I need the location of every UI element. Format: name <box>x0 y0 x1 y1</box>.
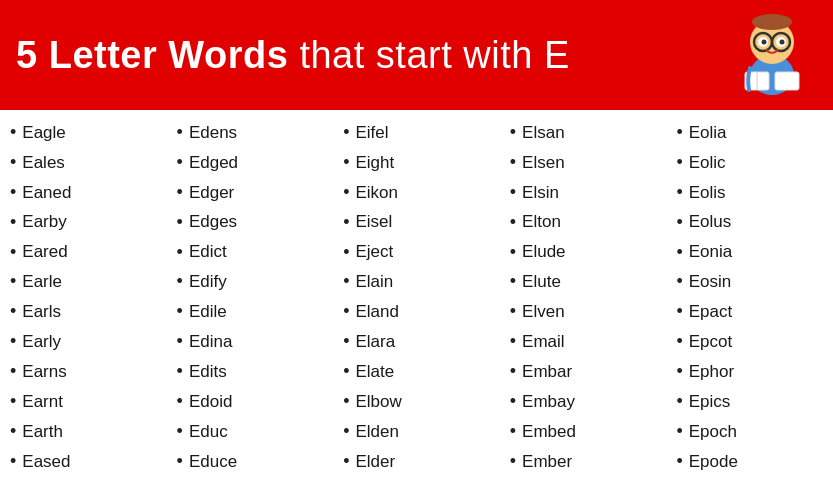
list-item: •Eased <box>10 447 157 477</box>
word-label: Eifel <box>356 120 389 146</box>
word-label: Edile <box>189 299 227 325</box>
list-item: •Eolus <box>676 208 823 238</box>
list-item: •Ephor <box>676 357 823 387</box>
word-label: Edina <box>189 329 232 355</box>
word-label: Elsen <box>522 150 565 176</box>
bullet-icon: • <box>343 328 349 356</box>
word-label: Eisel <box>356 209 393 235</box>
list-item: •Edify <box>177 267 324 297</box>
bullet-icon: • <box>177 239 183 267</box>
bullet-icon: • <box>676 388 682 416</box>
word-label: Embay <box>522 389 575 415</box>
word-label: Elate <box>356 359 395 385</box>
word-label: Epcot <box>689 329 732 355</box>
word-label: Embed <box>522 419 576 445</box>
word-label: Elsin <box>522 180 559 206</box>
list-item: •Email <box>510 327 657 357</box>
word-label: Edoid <box>189 389 232 415</box>
list-item: •Eared <box>10 238 157 268</box>
bullet-icon: • <box>676 418 682 446</box>
list-item: •Eales <box>10 148 157 178</box>
list-item: •Elder <box>343 447 490 477</box>
word-label: Elute <box>522 269 561 295</box>
bullet-icon: • <box>510 358 516 386</box>
bullet-icon: • <box>177 328 183 356</box>
word-label: Earth <box>22 419 63 445</box>
list-item: •Earby <box>10 208 157 238</box>
word-label: Elbow <box>356 389 402 415</box>
word-label: Early <box>22 329 61 355</box>
list-item: •Edict <box>177 238 324 268</box>
bullet-icon: • <box>510 328 516 356</box>
list-item: •Elbow <box>343 387 490 417</box>
word-label: Eolus <box>689 209 732 235</box>
list-item: •Elain <box>343 267 490 297</box>
word-label: Elven <box>522 299 565 325</box>
bullet-icon: • <box>676 328 682 356</box>
bullet-icon: • <box>676 298 682 326</box>
column-2: •Edens•Edged•Edger•Edges•Edict•Edify•Edi… <box>167 118 334 500</box>
bullet-icon: • <box>510 179 516 207</box>
word-label: Eject <box>356 239 394 265</box>
svg-point-9 <box>762 40 767 45</box>
list-item: •Eikon <box>343 178 490 208</box>
bullet-icon: • <box>177 149 183 177</box>
list-item: •Epode <box>676 447 823 477</box>
bullet-icon: • <box>676 209 682 237</box>
list-item: •Eland <box>343 297 490 327</box>
word-label: Ephor <box>689 359 734 385</box>
list-item: •Educ <box>177 417 324 447</box>
word-label: Earls <box>22 299 61 325</box>
list-item: •Eagle <box>10 118 157 148</box>
word-label: Eolis <box>689 180 726 206</box>
word-label: Eikon <box>356 180 399 206</box>
list-item: •Elsan <box>510 118 657 148</box>
word-label: Elara <box>356 329 396 355</box>
bullet-icon: • <box>510 388 516 416</box>
bullet-icon: • <box>676 239 682 267</box>
list-item: •Eolia <box>676 118 823 148</box>
word-label: Eolia <box>689 120 727 146</box>
word-label: Eland <box>356 299 399 325</box>
list-item: •Earns <box>10 357 157 387</box>
list-item: •Elude <box>510 238 657 268</box>
list-item: •Edges <box>177 208 324 238</box>
bullet-icon: • <box>10 268 16 296</box>
bullet-icon: • <box>10 149 16 177</box>
list-item: •Educe <box>177 447 324 477</box>
bullet-icon: • <box>10 209 16 237</box>
bullet-icon: • <box>343 209 349 237</box>
bullet-icon: • <box>10 448 16 476</box>
bullet-icon: • <box>343 448 349 476</box>
bullet-icon: • <box>10 328 16 356</box>
list-item: •Embay <box>510 387 657 417</box>
word-label: Edged <box>189 150 238 176</box>
bullet-icon: • <box>177 119 183 147</box>
list-item: •Epics <box>676 387 823 417</box>
bullet-icon: • <box>510 149 516 177</box>
list-item: •Eaned <box>10 178 157 208</box>
bullet-icon: • <box>177 179 183 207</box>
bullet-icon: • <box>177 358 183 386</box>
word-label: Epact <box>689 299 732 325</box>
word-label: Eaned <box>22 180 71 206</box>
list-item: •Ember <box>510 447 657 477</box>
list-item: •Elsen <box>510 148 657 178</box>
word-label: Elton <box>522 209 561 235</box>
bullet-icon: • <box>177 418 183 446</box>
word-label: Embar <box>522 359 572 385</box>
list-item: •Eight <box>343 148 490 178</box>
word-label: Eagle <box>22 120 65 146</box>
column-1: •Eagle•Eales•Eaned•Earby•Eared•Earle•Ear… <box>0 118 167 500</box>
word-label: Elder <box>356 449 396 475</box>
bullet-icon: • <box>676 179 682 207</box>
list-item: •Elara <box>343 327 490 357</box>
list-item: •Epcot <box>676 327 823 357</box>
bullet-icon: • <box>10 119 16 147</box>
word-label: Earnt <box>22 389 63 415</box>
list-item: •Elton <box>510 208 657 238</box>
list-item: •Earnt <box>10 387 157 417</box>
word-label: Epode <box>689 449 738 475</box>
bullet-icon: • <box>177 209 183 237</box>
bullet-icon: • <box>676 448 682 476</box>
